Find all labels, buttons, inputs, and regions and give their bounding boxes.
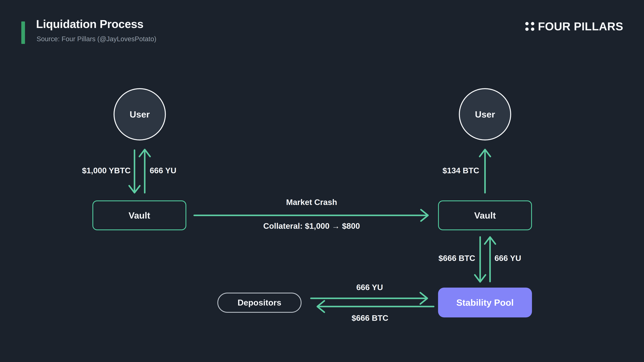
brand-name: FOUR PILLARS <box>538 20 623 33</box>
label-collateral-drop: Collateral: $1,000 → $800 <box>263 221 360 231</box>
page-subtitle: Source: Four Pillars (@JayLovesPotato) <box>36 35 156 42</box>
label-market-crash: Market Crash <box>286 198 337 207</box>
node-user-left: User <box>114 88 166 140</box>
arrow-market-crash <box>194 210 428 221</box>
arrow-pool-to-depositors <box>317 301 434 312</box>
node-stability-pool: Stability Pool <box>438 288 532 318</box>
arrow-user-to-vault-left <box>129 150 140 193</box>
page-title: Liquidation Process <box>36 18 144 30</box>
arrow-vault-to-user-right <box>480 149 490 193</box>
label-burned-yu-right: 666 YU <box>494 254 521 263</box>
label-depositors-deposit-yu: 666 YU <box>356 283 383 292</box>
brand-logo: FOUR PILLARS <box>525 19 623 34</box>
node-user-right: User <box>459 88 511 140</box>
node-vault-right: Vault <box>438 200 532 230</box>
label-depositors-receive-btc: $666 BTC <box>352 313 388 323</box>
node-vault-left: Vault <box>92 200 186 230</box>
diagram-canvas: Liquidation Process Source: Four Pillars… <box>0 0 644 362</box>
diagram-arrows <box>0 0 644 362</box>
four-dots-icon <box>525 22 534 31</box>
title-accent-bar <box>21 21 25 44</box>
arrow-pool-to-vault <box>485 237 496 282</box>
label-remaining-collateral: $134 BTC <box>442 166 479 175</box>
node-depositors: Depositors <box>217 293 302 313</box>
arrow-vault-to-pool <box>475 237 486 282</box>
arrow-vault-to-user-left <box>139 149 150 193</box>
label-liquidated-collateral: $666 BTC <box>438 254 475 263</box>
label-mint-yu-left: 666 YU <box>150 166 176 175</box>
label-deposit-collateral: $1,000 YBTC <box>82 166 131 175</box>
arrow-depositors-to-pool <box>311 293 427 304</box>
